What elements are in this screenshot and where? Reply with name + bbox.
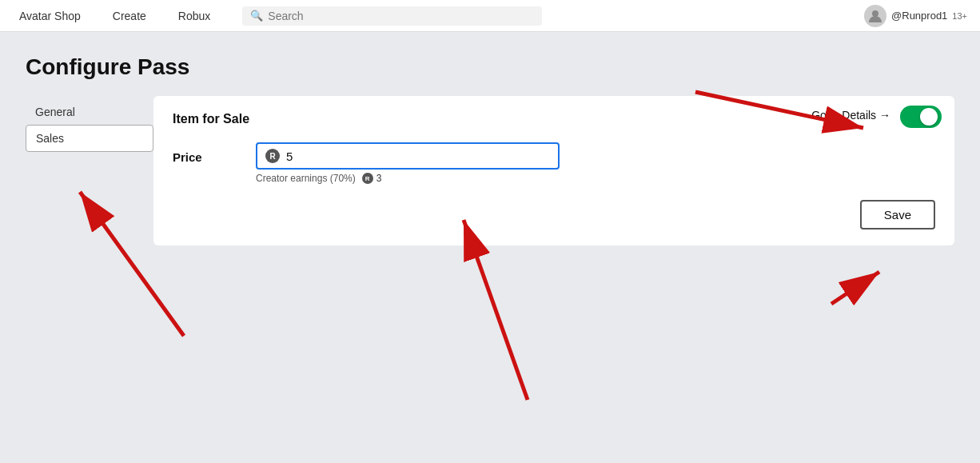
price-input-area: R Creator earnings (70%) R 3 xyxy=(256,142,560,184)
toggle-knob xyxy=(920,108,938,126)
earnings-row: Creator earnings (70%) R 3 xyxy=(256,173,560,184)
earnings-value-area: R 3 xyxy=(362,173,382,184)
nav-create[interactable]: Create xyxy=(106,6,153,26)
sidebar: General Sales xyxy=(26,96,153,245)
age-badge: 13+ xyxy=(952,11,967,21)
robux-icon: R xyxy=(265,149,280,163)
svg-point-0 xyxy=(872,10,878,17)
top-nav: Avatar Shop Create Robux 🔍 @Runprod1 13+ xyxy=(0,0,980,32)
price-row: Price R Creator earnings (70%) R 3 xyxy=(173,142,935,184)
nav-robux[interactable]: Robux xyxy=(172,6,217,26)
search-bar[interactable]: 🔍 xyxy=(242,6,542,26)
search-input[interactable] xyxy=(268,10,534,22)
user-area[interactable]: @Runprod1 13+ xyxy=(864,5,967,27)
earnings-number: 3 xyxy=(376,173,382,184)
robux-small-icon: R xyxy=(362,173,373,184)
content-area: General Sales Go to Details → Item for S… xyxy=(26,96,954,245)
sidebar-item-sales[interactable]: Sales xyxy=(26,125,153,152)
toggle-container xyxy=(900,106,942,128)
save-btn-area: Save xyxy=(173,200,935,230)
page-title: Configure Pass xyxy=(26,54,954,80)
price-input-box[interactable]: R xyxy=(256,142,560,170)
username: @Runprod1 xyxy=(891,10,947,22)
main-wrapper: Configure Pass General Sales Go to Detai… xyxy=(0,32,980,463)
item-for-sale-toggle[interactable] xyxy=(900,106,942,128)
avatar xyxy=(864,5,886,27)
earnings-text: Creator earnings (70%) xyxy=(256,173,356,184)
main-panel: Go to Details → Item for Sale Price R xyxy=(153,96,954,245)
price-label: Price xyxy=(173,142,237,164)
go-to-details-link[interactable]: Go to Details → xyxy=(811,109,890,122)
save-button[interactable]: Save xyxy=(860,200,935,230)
nav-avatar-shop[interactable]: Avatar Shop xyxy=(13,6,87,26)
price-field[interactable] xyxy=(286,150,550,163)
sidebar-item-general[interactable]: General xyxy=(26,99,153,125)
search-icon: 🔍 xyxy=(250,10,263,22)
